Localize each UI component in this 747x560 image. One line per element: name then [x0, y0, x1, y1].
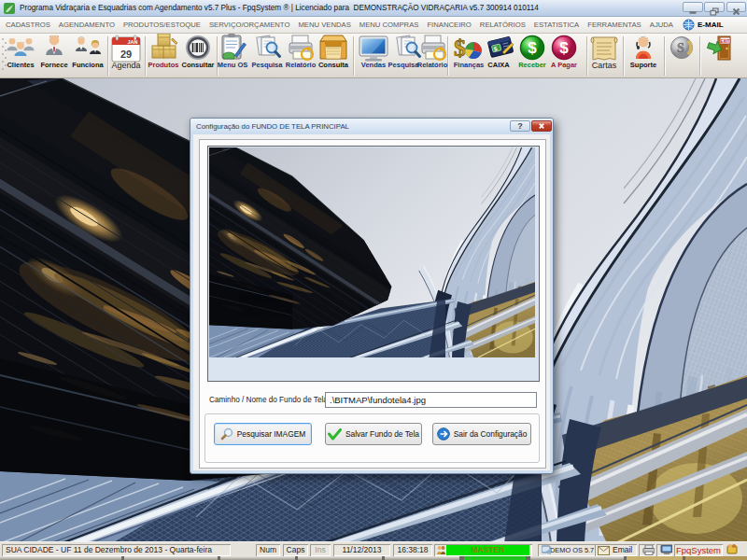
svg-text:Vendas: Vendas: [361, 61, 386, 69]
svg-text:CAIXA: CAIXA: [487, 61, 510, 69]
svg-text:Pesquisa: Pesquisa: [388, 61, 420, 69]
svg-text:Clientes: Clientes: [7, 61, 34, 69]
svg-text:A Pagar: A Pagar: [551, 61, 577, 69]
svg-text:Menu OS: Menu OS: [218, 61, 248, 69]
svg-text:Consulta: Consulta: [318, 61, 349, 69]
svg-text:Receber: Receber: [518, 61, 546, 69]
svg-text:Relatório: Relatório: [286, 61, 317, 69]
svg-text:29: 29: [120, 49, 132, 60]
svg-text:Finanças: Finanças: [454, 61, 485, 69]
svg-text:Funciona: Funciona: [72, 61, 104, 69]
svg-text:Fornece: Fornece: [40, 61, 67, 69]
svg-text:Agenda: Agenda: [111, 61, 140, 70]
svg-text:S: S: [677, 41, 684, 55]
svg-text:$: $: [528, 39, 537, 57]
svg-text:Produtos: Produtos: [148, 61, 179, 69]
svg-text:Pesquisa: Pesquisa: [252, 61, 284, 69]
svg-text:$: $: [559, 39, 569, 57]
svg-text:$: $: [454, 35, 466, 62]
svg-text:Cartas: Cartas: [592, 61, 617, 70]
svg-text:EXIT: EXIT: [720, 39, 729, 44]
svg-text:Relatório: Relatório: [417, 61, 448, 69]
svg-text:Consultar: Consultar: [181, 61, 214, 69]
svg-text:Suporte: Suporte: [630, 61, 656, 69]
